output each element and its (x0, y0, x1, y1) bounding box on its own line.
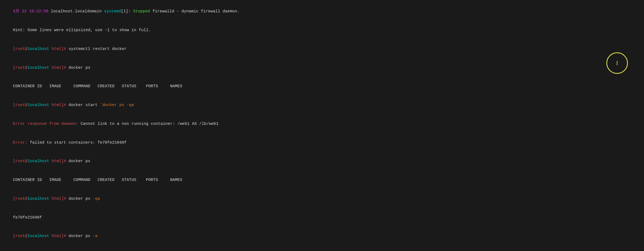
line-3: [root@localhost html]# systemctl restart… (3, 40, 641, 59)
line-7: Error response from daemon: Cannot link … (3, 115, 641, 133)
line-4: [root@localhost html]# docker ps (3, 58, 641, 77)
line-2: Hint: Some lines were ellipsized, use -l… (3, 21, 641, 40)
line-10: CONTAINER ID IMAGE COMMAND CREATED STATU… (3, 171, 641, 190)
terminal-window: 3月 22 10:22:59 localhost.localdomain sys… (3, 2, 641, 251)
line-6: [root@localhost html]# docker start `doc… (3, 96, 641, 115)
line-8: Error: failed to start containers: fe70f… (3, 133, 641, 152)
cursor-circle-annotation: I (606, 52, 628, 74)
line-1: 3月 22 10:22:59 localhost.localdomain sys… (3, 2, 641, 21)
line-9: [root@localhost html]# docker ps (3, 152, 641, 171)
line-11: [root@localhost html]# docker ps -qa (3, 190, 641, 208)
line-12: fe70fe21048f (3, 208, 641, 227)
line-13: [root@localhost html]# docker ps -a (3, 227, 641, 246)
line-5: CONTAINER ID IMAGE COMMAND CREATED STATU… (3, 77, 641, 96)
line-14: CONTAINER ID IMAGE COMMAND CREATED STATU… (3, 246, 641, 251)
